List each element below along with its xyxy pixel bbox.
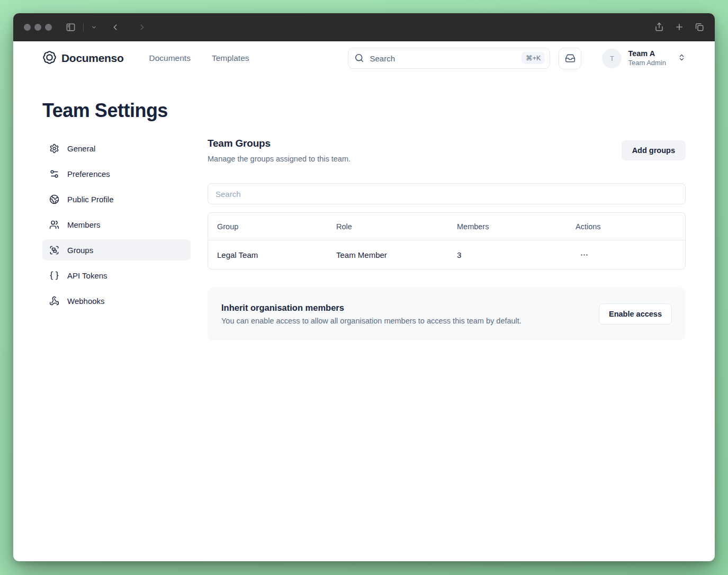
documenso-logo-icon <box>42 50 57 67</box>
top-nav: Documents Templates <box>149 53 249 63</box>
tab-overview-icon[interactable] <box>695 22 704 32</box>
settings-sidebar: General Preferences Public Profile Membe… <box>42 138 191 340</box>
close-window-button[interactable] <box>24 24 31 31</box>
cell-members-count: 3 <box>457 250 576 259</box>
sidebar-item-label: API Tokens <box>67 271 107 280</box>
table-row: Legal Team Team Member 3 <box>208 240 685 269</box>
app-header: Documenso Documents Templates ⌘+K T Team… <box>13 41 715 75</box>
team-groups-section: Team Groups Manage the groups assigned t… <box>208 138 686 340</box>
webhook-icon <box>49 296 59 306</box>
column-header-members: Members <box>457 222 576 231</box>
minimize-window-button[interactable] <box>34 24 41 31</box>
share-icon[interactable] <box>654 22 664 32</box>
page-title: Team Settings <box>42 100 686 122</box>
column-header-group: Group <box>217 222 336 231</box>
team-role: Team Admin <box>628 59 666 67</box>
gear-icon <box>49 143 59 154</box>
team-switcher[interactable]: T Team A Team Admin <box>602 49 686 68</box>
column-header-actions: Actions <box>576 222 676 231</box>
inbox-icon <box>565 53 576 64</box>
sidebar-toggle-icon[interactable] <box>66 22 76 32</box>
braces-icon <box>49 271 59 281</box>
chevron-down-icon[interactable] <box>91 24 97 30</box>
brand[interactable]: Documenso <box>42 50 124 67</box>
traffic-lights <box>24 24 52 31</box>
nav-templates[interactable]: Templates <box>212 53 249 63</box>
cell-role: Team Member <box>336 250 457 259</box>
enable-access-button[interactable]: Enable access <box>599 303 672 325</box>
avatar: T <box>602 49 622 68</box>
sidebar-item-members[interactable]: Members <box>42 214 191 235</box>
section-subtitle: Manage the groups assigned to this team. <box>208 155 350 163</box>
ellipsis-icon <box>580 250 589 259</box>
sidebar-item-groups[interactable]: Groups <box>42 239 191 260</box>
back-icon[interactable] <box>111 23 120 32</box>
sidebar-item-label: Groups <box>67 246 93 255</box>
chevrons-up-down-icon <box>678 53 686 64</box>
search-shortcut-badge: ⌘+K <box>522 52 545 64</box>
inherit-members-card: Inherit organisation members You can ena… <box>208 288 686 340</box>
inherit-description: You can enable access to allow all organ… <box>221 317 522 325</box>
new-tab-icon[interactable] <box>675 22 684 32</box>
team-name: Team A <box>628 49 666 58</box>
globe-icon <box>49 194 59 204</box>
forward-icon[interactable] <box>138 23 147 32</box>
groups-search-input[interactable] <box>208 183 686 204</box>
sidebar-item-label: Public Profile <box>67 195 114 204</box>
group-icon <box>49 245 59 255</box>
brand-name: Documenso <box>61 52 124 65</box>
sidebar-item-public-profile[interactable]: Public Profile <box>42 188 191 210</box>
sidebar-item-general[interactable]: General <box>42 138 191 159</box>
table-header-row: Group Role Members Actions <box>208 213 685 240</box>
sliders-icon <box>49 169 59 179</box>
global-search-input[interactable] <box>348 48 550 69</box>
browser-window: Documenso Documents Templates ⌘+K T Team… <box>13 13 715 561</box>
add-groups-button[interactable]: Add groups <box>622 140 686 160</box>
inbox-button[interactable] <box>559 48 581 69</box>
sidebar-item-label: General <box>67 144 95 153</box>
cell-group-name: Legal Team <box>217 250 336 259</box>
column-header-role: Role <box>336 222 457 231</box>
sidebar-item-label: Preferences <box>67 169 110 178</box>
inherit-title: Inherit organisation members <box>221 303 522 313</box>
nav-documents[interactable]: Documents <box>149 53 191 63</box>
titlebar <box>13 13 715 41</box>
section-title: Team Groups <box>208 138 350 149</box>
search-icon <box>354 53 364 65</box>
users-icon <box>49 220 59 230</box>
sidebar-item-webhooks[interactable]: Webhooks <box>42 290 191 311</box>
titlebar-divider <box>83 23 84 32</box>
row-actions-button[interactable] <box>576 248 593 262</box>
sidebar-item-label: Members <box>67 220 101 229</box>
global-search: ⌘+K <box>348 48 550 69</box>
sidebar-item-preferences[interactable]: Preferences <box>42 163 191 184</box>
zoom-window-button[interactable] <box>45 24 52 31</box>
sidebar-item-api-tokens[interactable]: API Tokens <box>42 265 191 286</box>
sidebar-item-label: Webhooks <box>67 297 105 306</box>
groups-table: Group Role Members Actions Legal Team Te… <box>208 212 686 269</box>
